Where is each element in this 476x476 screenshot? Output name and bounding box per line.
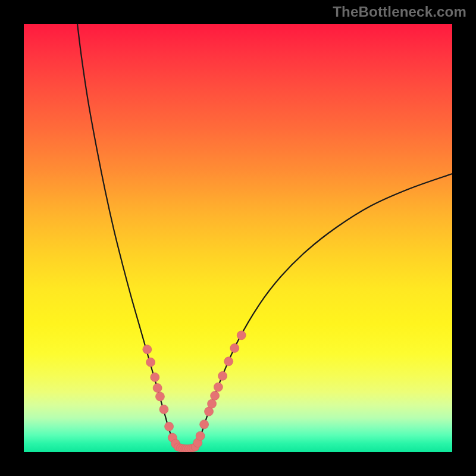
data-marker	[214, 383, 223, 392]
data-marker	[155, 392, 164, 401]
data-marker	[237, 331, 246, 340]
data-marker	[211, 391, 220, 400]
data-marker	[165, 422, 174, 431]
plot-area	[24, 24, 452, 452]
data-marker	[159, 405, 168, 414]
data-marker	[146, 358, 155, 367]
chart-frame: TheBottleneck.com	[0, 0, 476, 476]
data-marker	[196, 431, 205, 440]
data-marker	[218, 371, 227, 380]
watermark-text: TheBottleneck.com	[333, 4, 466, 20]
data-marker	[230, 344, 239, 353]
data-marker	[151, 373, 159, 382]
curve-right	[195, 174, 452, 448]
data-marker	[153, 384, 162, 393]
marker-group	[143, 331, 246, 452]
curve-left	[77, 24, 178, 448]
data-marker	[143, 345, 152, 354]
data-marker	[208, 399, 217, 408]
chart-svg	[24, 24, 452, 452]
data-marker	[224, 357, 233, 366]
data-marker	[200, 420, 209, 429]
